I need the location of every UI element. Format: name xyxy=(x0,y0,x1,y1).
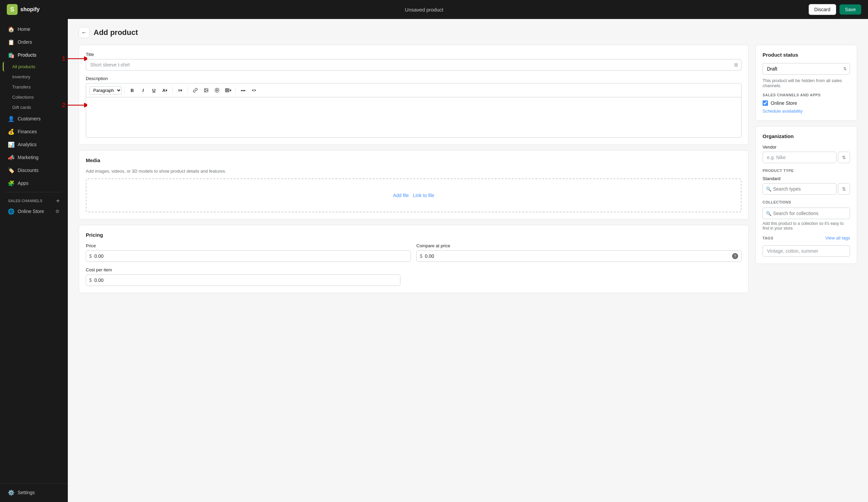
add-sales-channel-button[interactable]: + xyxy=(56,198,60,204)
tags-header: TAGS View all tags xyxy=(763,235,850,240)
rte-paragraph-select[interactable]: Paragraph xyxy=(90,86,122,95)
logo-text: shopify xyxy=(20,7,40,12)
sidebar-item-apps-label: Apps xyxy=(18,181,29,186)
cost-label: Cost per item xyxy=(86,267,742,273)
main-layout: 🏠 Home 📋 Orders 🛍️ Products All products… xyxy=(0,0,868,502)
sidebar-item-orders[interactable]: 📋 Orders xyxy=(3,36,65,48)
sidebar-subitem-inventory[interactable]: Inventory xyxy=(3,72,65,82)
sidebar-item-marketing[interactable]: 📣 Marketing xyxy=(3,151,65,164)
sidebar-main-nav: 🏠 Home 📋 Orders 🛍️ Products All products… xyxy=(0,23,68,189)
sidebar-subitem-transfers[interactable]: Transfers xyxy=(3,82,65,92)
tags-input[interactable] xyxy=(763,245,850,257)
online-store-settings-icon[interactable]: ⚙ xyxy=(55,208,60,214)
rte-divider-3 xyxy=(187,87,188,94)
rte-align-btn[interactable]: ≡ ▾ xyxy=(175,85,185,95)
rte-underline-btn[interactable]: U xyxy=(149,85,159,95)
status-select[interactable]: Draft Active xyxy=(763,63,850,75)
rte-container: Paragraph B I U A ▾ xyxy=(86,83,742,138)
sidebar-item-customers-label: Customers xyxy=(18,116,41,121)
sidebar-item-analytics-label: Analytics xyxy=(18,142,37,147)
sidebar-subitem-collections[interactable]: Collections xyxy=(3,92,65,102)
rte-more-btn[interactable]: ••• xyxy=(238,85,248,95)
cost-field-wrap: Cost per item $ xyxy=(86,267,742,286)
sidebar-item-products[interactable]: 🛍️ Products xyxy=(3,49,65,61)
right-panel: Product status Draft Active ⇅ This produ… xyxy=(755,45,857,269)
cost-input[interactable] xyxy=(86,274,401,286)
sidebar: 🏠 Home 📋 Orders 🛍️ Products All products… xyxy=(0,19,68,502)
sidebar-item-analytics[interactable]: 📊 Analytics xyxy=(3,139,65,151)
home-icon: 🏠 xyxy=(8,26,14,32)
page-header: ← Add product xyxy=(79,27,857,38)
collections-hint: Add this product to a collection so it's… xyxy=(763,221,850,230)
collections-search-wrap: 🔍 xyxy=(763,207,850,219)
product-type-standard: Standard xyxy=(763,176,850,181)
compare-price-field-wrap: Compare at price $ ? xyxy=(416,243,742,262)
sidebar-subitem-gift-cards[interactable]: Gift cards xyxy=(3,102,65,112)
collections-search-icon: 🔍 xyxy=(766,211,771,216)
search-types-expand-btn[interactable]: ⇅ xyxy=(838,183,850,195)
compare-price-help-icon[interactable]: ? xyxy=(732,253,738,259)
media-drop-zone[interactable]: Add file Link to file xyxy=(86,178,742,212)
back-button[interactable]: ← xyxy=(79,27,90,38)
search-types-input[interactable] xyxy=(763,183,836,195)
vendor-expand-btn[interactable]: ⇅ xyxy=(838,152,850,163)
price-label: Price xyxy=(86,243,411,248)
sidebar-item-finances[interactable]: 💰 Finances xyxy=(3,125,65,138)
sidebar-item-orders-label: Orders xyxy=(18,39,32,45)
svg-rect-4 xyxy=(225,89,229,92)
rte-link-btn[interactable] xyxy=(190,85,200,95)
shopify-logo: S shopify xyxy=(7,4,40,15)
vendor-input[interactable] xyxy=(763,152,836,163)
rte-editor[interactable] xyxy=(86,97,742,138)
sidebar-item-settings[interactable]: ⚙️ Settings xyxy=(3,486,65,499)
rte-table-btn[interactable]: ▾ xyxy=(223,85,232,95)
rte-image-btn[interactable] xyxy=(202,85,211,95)
sidebar-item-customers[interactable]: 👤 Customers xyxy=(3,113,65,125)
vendor-wrap: ⇅ xyxy=(763,152,850,163)
main-content: ← Add product 1 Title xyxy=(68,19,868,502)
sales-channels-label: SALES CHANNELS xyxy=(8,199,42,203)
title-label: Title xyxy=(86,52,742,57)
arrow-2 xyxy=(67,101,87,109)
organization-title: Organization xyxy=(763,133,850,139)
rte-color-btn[interactable]: A ▾ xyxy=(160,85,169,95)
price-input-container: $ xyxy=(86,250,411,262)
rte-video-btn[interactable] xyxy=(212,85,222,95)
online-store-checkbox[interactable] xyxy=(763,100,768,106)
vendor-label: Vendor xyxy=(763,144,850,150)
page-title: Add product xyxy=(94,28,138,37)
add-file-button[interactable]: Add file xyxy=(393,193,409,198)
sidebar-subitem-all-products[interactable]: All products xyxy=(3,62,65,72)
rte-divider-2 xyxy=(172,87,173,94)
organization-card: Organization Vendor ⇅ PRODUCT TYPE Stand… xyxy=(755,126,857,264)
view-all-tags-link[interactable]: View all tags xyxy=(825,235,850,240)
schedule-availability-link[interactable]: Schedule availability xyxy=(763,109,850,114)
products-submenu: All products Inventory Transfers Collect… xyxy=(0,62,68,112)
title-input[interactable] xyxy=(86,59,742,71)
sidebar-item-online-store[interactable]: 🌐 Online Store ⚙ xyxy=(3,205,65,217)
pricing-title: Pricing xyxy=(86,232,742,238)
annotation-1: 1 xyxy=(62,55,65,62)
compare-price-input[interactable] xyxy=(416,250,742,262)
rte-divider-1 xyxy=(124,87,125,94)
save-button[interactable]: Save xyxy=(839,4,861,14)
page-title-nav: Unsaved product xyxy=(405,7,443,12)
sidebar-item-discounts[interactable]: 🏷️ Discounts xyxy=(3,164,65,176)
sidebar-item-home[interactable]: 🏠 Home xyxy=(3,23,65,35)
rte-italic-btn[interactable]: I xyxy=(138,85,148,95)
online-store-checkbox-label: Online Store xyxy=(771,100,797,106)
link-to-file-button[interactable]: Link to file xyxy=(413,193,434,198)
rte-bold-btn[interactable]: B xyxy=(127,85,137,95)
collections-search-input[interactable] xyxy=(763,207,850,219)
rte-code-btn[interactable]: <> xyxy=(249,85,259,95)
rte-divider-4 xyxy=(235,87,236,94)
svg-point-1 xyxy=(205,89,206,90)
svg-point-2 xyxy=(215,88,219,92)
media-description: Add images, videos, or 3D models to show… xyxy=(86,168,742,174)
discard-button[interactable]: Discard xyxy=(809,4,836,15)
price-input[interactable] xyxy=(86,250,411,262)
sidebar-item-apps[interactable]: 🧩 Apps xyxy=(3,177,65,189)
settings-icon: ⚙️ xyxy=(8,490,14,495)
discounts-icon: 🏷️ xyxy=(8,167,14,173)
top-navigation: S shopify Unsaved product Discard Save xyxy=(0,0,868,19)
